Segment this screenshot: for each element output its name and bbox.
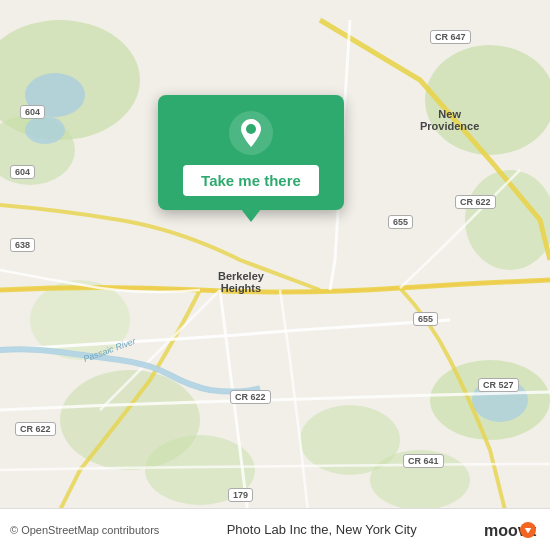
badge-cr622c: CR 622 <box>15 422 56 436</box>
svg-point-3 <box>425 45 550 155</box>
badge-cr622a: CR 622 <box>455 195 496 209</box>
badge-cr641: CR 641 <box>403 454 444 468</box>
badge-cr638: 638 <box>10 238 35 252</box>
badge-r604b: 604 <box>10 165 35 179</box>
svg-point-12 <box>25 116 65 144</box>
badge-cr655a: 655 <box>388 215 413 229</box>
bottom-bar: © OpenStreetMap contributors Photo Lab I… <box>0 508 550 550</box>
popup-card: Take me there <box>158 95 344 210</box>
badge-r179: 179 <box>228 488 253 502</box>
map-container: CR 647 604 604 655 CR 622 638 655 CR 622… <box>0 0 550 550</box>
badge-cr647: CR 647 <box>430 30 471 44</box>
badge-cr622b: CR 622 <box>230 390 271 404</box>
badge-cr527: CR 527 <box>478 378 519 392</box>
badge-cr655b: 655 <box>413 312 438 326</box>
moovit-logo: moovit <box>484 516 540 544</box>
location-name: Photo Lab Inc the, New York City <box>227 522 417 537</box>
bottom-left-info: © OpenStreetMap contributors <box>10 524 159 536</box>
moovit-logo-svg: moovit <box>484 516 540 544</box>
osm-attribution: © OpenStreetMap contributors <box>10 524 159 536</box>
take-me-there-button[interactable]: Take me there <box>183 165 319 196</box>
badge-r604a: 604 <box>20 105 45 119</box>
location-pin-icon <box>229 111 273 155</box>
svg-point-15 <box>246 124 256 134</box>
